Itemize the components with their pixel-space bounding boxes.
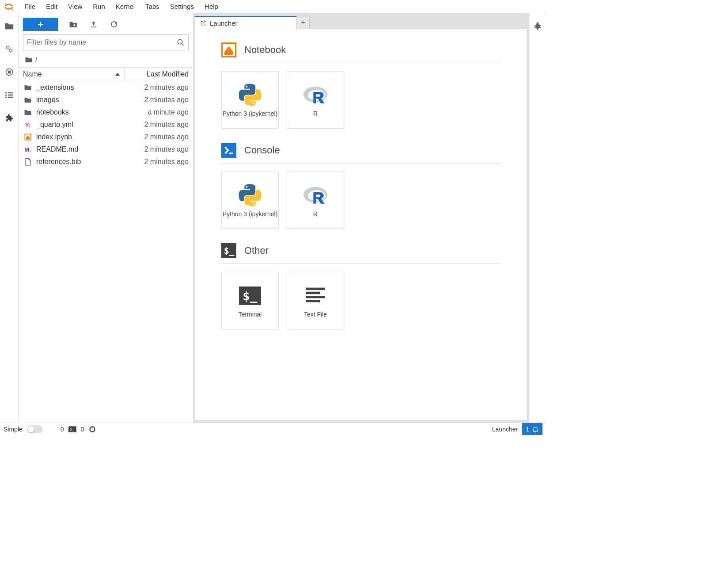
file-name: _quarto.yml	[36, 121, 120, 129]
simple-toggle[interactable]	[27, 425, 43, 433]
terminal-icon: $_	[238, 283, 262, 308]
jupyter-logo-icon	[4, 1, 14, 12]
notifications-badge[interactable]: 1	[522, 423, 542, 435]
rail-toc-icon[interactable]	[4, 89, 15, 101]
notebook-orange-icon	[221, 42, 236, 57]
svg-point-3	[9, 49, 12, 52]
tab-add-button[interactable]: +	[296, 16, 310, 29]
svg-rect-7	[8, 92, 13, 94]
rail-extensions-icon[interactable]	[4, 112, 15, 124]
launcher-card-textfile[interactable]: Text File	[287, 272, 344, 329]
menu-tabs[interactable]: Tabs	[140, 1, 165, 12]
status-bar: Simple 0 $_ 0 Launcher 1	[0, 423, 546, 435]
bell-icon	[532, 426, 539, 433]
menu-help[interactable]: Help	[199, 1, 224, 12]
markdown-icon: M↓	[23, 145, 33, 154]
rail-kernels-icon[interactable]	[4, 66, 15, 78]
file-row[interactable]: references.bib2 minutes ago	[19, 156, 193, 168]
upload-icon[interactable]	[88, 19, 99, 30]
file-row[interactable]: notebooksa minute ago	[19, 106, 193, 118]
svg-point-2	[6, 46, 9, 49]
launcher-card-python[interactable]: Python 3 (ipykernel)	[221, 172, 279, 229]
svg-point-8	[5, 94, 6, 95]
kernel-count: 0	[81, 426, 84, 433]
file-modified: 2 minutes ago	[120, 96, 189, 104]
file-name: notebooks	[36, 108, 120, 116]
terminal-status-icon[interactable]: $_	[68, 426, 76, 432]
main-dock: Launcher + NotebookPython 3 (ipykernel)R…	[193, 13, 529, 423]
filter-input-wrap	[23, 34, 189, 50]
breadcrumb-path: /	[35, 56, 37, 64]
refresh-icon[interactable]	[109, 19, 119, 30]
menubar: FileEditViewRunKernelTabsSettingsHelp	[0, 0, 546, 13]
column-name[interactable]: Name	[19, 68, 125, 81]
menu-settings[interactable]: Settings	[165, 1, 199, 12]
svg-rect-27	[306, 300, 320, 302]
rail-running-icon[interactable]	[4, 43, 15, 55]
filebrowser-toolbar	[19, 13, 193, 34]
menu-edit[interactable]: Edit	[41, 1, 63, 12]
file-row[interactable]: images2 minutes ago	[19, 94, 193, 106]
console-blue-icon	[221, 143, 236, 158]
launcher-card-terminal[interactable]: $_Terminal	[221, 272, 279, 329]
file-row[interactable]: index.ipynb2 minutes ago	[19, 131, 193, 143]
card-label: R	[313, 110, 318, 118]
file-name: images	[36, 96, 120, 104]
launcher-card-python[interactable]: Python 3 (ipykernel)	[221, 71, 279, 129]
terminal-count: 0	[61, 426, 64, 433]
svg-rect-11	[8, 97, 13, 98]
new-launcher-button[interactable]	[23, 18, 58, 31]
sort-asc-icon	[115, 73, 120, 76]
menu-run[interactable]: Run	[87, 1, 110, 12]
launch-icon	[200, 20, 206, 26]
svg-rect-26	[306, 296, 325, 298]
status-context[interactable]: Launcher	[488, 426, 522, 433]
right-sidebar-rail	[529, 13, 546, 423]
tab-launcher[interactable]: Launcher	[195, 16, 296, 29]
file-modified: 2 minutes ago	[120, 158, 189, 166]
folder-icon	[23, 83, 33, 92]
launcher-card-r[interactable]: R	[287, 71, 344, 129]
debugger-icon[interactable]	[532, 20, 543, 31]
file-row[interactable]: _extensions2 minutes ago	[19, 81, 193, 94]
new-folder-icon[interactable]	[68, 19, 79, 30]
python-icon	[238, 183, 262, 208]
card-label: Terminal	[239, 311, 262, 318]
menu-file[interactable]: File	[19, 1, 41, 12]
r-icon	[303, 83, 328, 107]
launcher-section-other: $_Other$_TerminalText File	[221, 243, 500, 329]
section-title: Console	[244, 145, 280, 156]
menu-kernel[interactable]: Kernel	[110, 1, 140, 12]
menu-view[interactable]: View	[63, 1, 87, 12]
card-label: Text File	[304, 311, 327, 318]
file-row[interactable]: M↓README.md2 minutes ago	[19, 143, 193, 156]
svg-point-28	[535, 24, 540, 29]
file-row[interactable]: Y:_quarto.yml2 minutes ago	[19, 118, 193, 131]
file-name: references.bib	[36, 158, 120, 166]
svg-point-6	[5, 92, 6, 93]
launcher-section-notebook: NotebookPython 3 (ipykernel)R	[221, 42, 500, 129]
breadcrumb[interactable]: /	[19, 54, 193, 67]
r-icon	[303, 183, 328, 208]
kernel-status-icon[interactable]	[88, 425, 96, 433]
svg-point-0	[5, 3, 7, 4]
tab-title: Launcher	[210, 19, 238, 27]
filebrowser-header: Name Last Modified	[19, 67, 193, 81]
filter-input[interactable]	[27, 38, 177, 46]
file-name: index.ipynb	[36, 133, 120, 141]
file-list: _extensions2 minutes agoimages2 minutes …	[19, 81, 193, 423]
svg-point-10	[5, 96, 6, 98]
left-sidebar-rail	[0, 13, 19, 423]
file-modified: 2 minutes ago	[120, 133, 189, 141]
svg-point-29	[537, 23, 539, 25]
file-modified: 2 minutes ago	[120, 121, 189, 129]
column-modified[interactable]: Last Modified	[125, 68, 193, 81]
file-modified: a minute ago	[120, 108, 189, 116]
rail-filebrowser-icon[interactable]	[4, 20, 15, 32]
search-icon	[177, 38, 185, 46]
svg-rect-24	[306, 287, 325, 290]
svg-text:$_: $_	[224, 246, 235, 256]
file-icon	[23, 157, 33, 166]
launcher-card-r[interactable]: R	[287, 172, 344, 229]
svg-rect-32	[91, 427, 95, 431]
